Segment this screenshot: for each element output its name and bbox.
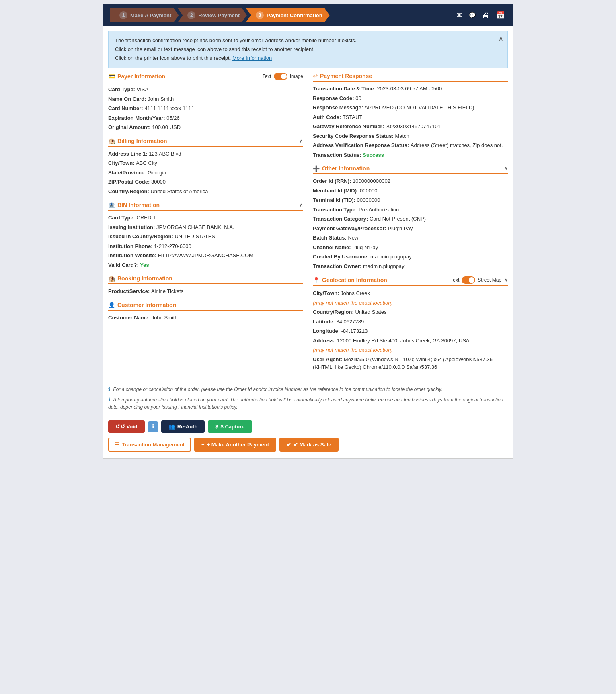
field-txn-status: Transaction Status: Success	[313, 151, 508, 159]
field-batch-status: Batch Status: New	[313, 234, 508, 242]
stepper: 1 Make A Payment 2 Review Payment 3 Paym…	[110, 8, 330, 22]
location-pin-icon: 📍	[313, 277, 320, 283]
email-icon-btn[interactable]: ✉	[455, 9, 464, 21]
field-geo-latitude: Latitude: 34.0627289	[313, 318, 508, 326]
main-content: 💳 Payer Information Text Image Card Type…	[103, 73, 513, 383]
void-button[interactable]: ↺ ↺ Void	[108, 420, 145, 433]
field-card-number: Card Number: 4111 1111 xxxx 1111	[108, 104, 303, 113]
step-2-label: Review Payment	[198, 12, 240, 18]
payer-info-section: 💳 Payer Information Text Image Card Type…	[108, 73, 303, 131]
payer-info-title: 💳 Payer Information	[108, 73, 165, 80]
reauth-button[interactable]: 👥 Re-Auth	[161, 420, 205, 433]
field-geo-city: City/Town: Johns Creek	[313, 289, 508, 297]
make-another-payment-button[interactable]: + + Make Another Payment	[194, 438, 276, 452]
action-row-2: ☰ Transaction Management + + Make Anothe…	[103, 436, 513, 458]
right-col: ↩ Payment Response Transaction Date & Ti…	[310, 73, 508, 378]
other-info-header: ➕ Other Information ∧	[313, 165, 508, 174]
field-institution-website: Institution Website: HTTP://WWW.JPMORGAN…	[108, 252, 303, 260]
customer-info-section: 👤 Customer Information Customer Name: Jo…	[108, 302, 303, 322]
field-original-amount: Original Amount: 100.00 USD	[108, 123, 303, 131]
field-zip: ZIP/Postal Code: 30000	[108, 178, 303, 186]
banner-line1: The transaction confirmation receipt has…	[115, 36, 501, 45]
reauth-icon: 👥	[168, 424, 175, 430]
field-valid-card: Valid Card?: Yes	[108, 261, 303, 269]
booking-info-title: 🏨 Booking Information	[108, 275, 172, 282]
billing-collapse-arrow[interactable]: ∧	[299, 138, 303, 144]
action-row-1: ↺ ↺ Void ℹ 👥 Re-Auth $ $ Capture	[103, 417, 513, 436]
field-created-by: Created By Username: madmin.plugnpay	[313, 253, 508, 261]
field-gateway-ref: Gateway Reference Number: 20230303145707…	[313, 123, 508, 131]
bin-collapse-arrow[interactable]: ∧	[299, 202, 303, 208]
header: 1 Make A Payment 2 Review Payment 3 Paym…	[103, 4, 513, 26]
payment-response-title: ↩ Payment Response	[313, 73, 372, 79]
step-1-num: 1	[119, 11, 127, 19]
bin-info-title: 🏦 BIN Information	[108, 202, 160, 208]
void-icon: ↺	[115, 424, 120, 430]
field-channel-name: Channel Name: Plug N'Pay	[313, 244, 508, 252]
step-3[interactable]: 3 Payment Confirmation	[246, 8, 330, 22]
field-geo-longitude: Longitude: -84.173213	[313, 327, 508, 335]
banner-line2: Click on the email or text message icon …	[115, 45, 501, 54]
header-icons: ✉ 💬 🖨 📅	[455, 9, 506, 21]
payer-toggle-switch[interactable]	[274, 73, 287, 80]
capture-button[interactable]: $ $ Capture	[208, 420, 252, 433]
payer-info-header: 💳 Payer Information Text Image	[108, 73, 303, 82]
field-card-type: Card Type: VISA	[108, 86, 303, 94]
payment-response-section: ↩ Payment Response Transaction Date & Ti…	[313, 73, 508, 159]
field-state: State/Province: Georgia	[108, 169, 303, 177]
field-geo-address: Address: 12000 Findley Rd Ste 400, Johns…	[313, 337, 508, 345]
banner-line3: Click on the printer icon above to print…	[115, 54, 501, 63]
info-icon-2: ℹ	[108, 397, 110, 403]
field-customer-name: Customer Name: John Smith	[108, 314, 303, 322]
field-txn-datetime: Transaction Date & Time: 2023-03-03 09:5…	[313, 85, 508, 93]
void-info-button[interactable]: ℹ	[148, 421, 158, 432]
other-info-title: ➕ Other Information	[313, 165, 370, 172]
field-response-code: Response Code: 00	[313, 94, 508, 102]
field-address-line1: Address Line 1: 123 ABC Blvd	[108, 150, 303, 158]
step-2-num: 2	[187, 11, 195, 19]
step-1[interactable]: 1 Make A Payment	[110, 8, 179, 22]
geo-collapse-arrow[interactable]: ∧	[504, 277, 508, 283]
field-terminal-id: Terminal Id (TID): 00000000	[313, 196, 508, 204]
mark-as-sale-button[interactable]: ✔ ✔ Mark as Sale	[279, 438, 338, 452]
field-bin-card-type: Card Type: CREDIT	[108, 214, 303, 222]
more-info-link[interactable]: More Information	[232, 55, 272, 61]
info-banner: ∧ The transaction confirmation receipt h…	[108, 31, 508, 68]
field-issued-country: Issued In Country/Region: UNITED STATES	[108, 233, 303, 241]
payer-info-toggle: Text Image	[263, 73, 303, 80]
billing-info-title: 🏨 Billing Information	[108, 138, 167, 144]
print-icon-btn[interactable]: 🖨	[480, 10, 491, 21]
sms-icon-btn[interactable]: 💬	[467, 10, 477, 20]
banner-collapse-btn[interactable]: ∧	[499, 35, 503, 42]
field-auth-code: Auth Code: TSTAUT	[313, 113, 508, 121]
table-icon: ☰	[115, 442, 119, 448]
payment-response-header: ↩ Payment Response	[313, 73, 508, 82]
step-3-label: Payment Confirmation	[267, 12, 322, 18]
geo-toggle-switch[interactable]	[462, 276, 475, 284]
bank-icon: 🏦	[108, 202, 115, 208]
customer-info-header: 👤 Customer Information	[108, 302, 303, 311]
info-messages: ℹ For a change or cancelation of the ord…	[103, 383, 513, 417]
field-response-message: Response Message: APPROVED (DO NOT VALID…	[313, 104, 508, 112]
calendar-icon-btn[interactable]: 📅	[494, 9, 506, 21]
field-txn-type: Transaction Type: Pre-Authorization	[313, 206, 508, 214]
field-geo-warning2: (may not match the exact location)	[313, 346, 508, 354]
booking-info-header: 🏨 Booking Information	[108, 275, 303, 284]
geolocation-header: 📍 Geolocation Information Text Street Ma…	[313, 276, 508, 286]
info-icon-1: ℹ	[108, 387, 110, 392]
billing-info-section: 🏨 Billing Information ∧ Address Line 1: …	[108, 138, 303, 196]
step-3-num: 3	[256, 11, 264, 19]
transaction-mgmt-button[interactable]: ☰ Transaction Management	[108, 438, 191, 452]
field-geo-warning1: (may not match the exact location)	[313, 299, 508, 307]
billing-info-header: 🏨 Billing Information ∧	[108, 138, 303, 147]
field-txn-category: Transaction Category: Card Not Present (…	[313, 215, 508, 223]
step-1-label: Make A Payment	[130, 12, 171, 18]
field-avs-status: Address Verification Response Status: Ad…	[313, 141, 508, 149]
step-2[interactable]: 2 Review Payment	[178, 8, 247, 22]
field-issuing-institution: Issuing Institution: JPMORGAN CHASE BANK…	[108, 223, 303, 231]
geo-toggle-area: Text Street Map ∧	[450, 276, 508, 284]
card-icon: 💳	[108, 73, 115, 80]
booking-info-section: 🏨 Booking Information Product/Service: A…	[108, 275, 303, 295]
field-name-on-card: Name On Card: John Smith	[108, 95, 303, 103]
other-collapse-arrow[interactable]: ∧	[504, 165, 508, 172]
